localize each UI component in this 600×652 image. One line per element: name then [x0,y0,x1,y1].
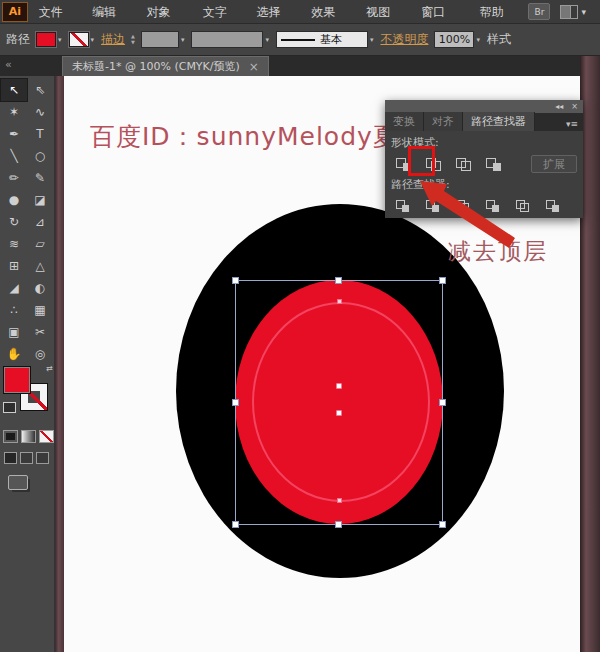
toolbar-collapse-icon[interactable]: « [5,58,12,71]
lasso-tool[interactable]: ∿ [27,101,53,123]
menu-view[interactable]: 视图(V) [359,0,414,24]
selection-handle-s[interactable] [335,521,342,528]
fill-swatch[interactable] [36,32,56,47]
selection-tool[interactable]: ↖ [1,79,27,101]
menu-window[interactable]: 窗口(W) [414,0,473,24]
draw-inside-button[interactable] [36,452,49,464]
shape-center-point[interactable] [336,383,342,389]
artboard-tool[interactable]: ▣ [1,321,27,343]
blob-brush-tool[interactable]: ● [1,189,27,211]
width-tool[interactable]: ≋ [1,233,27,255]
stroke-weight-value[interactable] [141,31,179,48]
menu-object[interactable]: 对象(O) [140,0,196,24]
selection-handle-w[interactable] [232,399,239,406]
stepper-down-icon[interactable]: ▼ [131,40,135,45]
minus-back-button[interactable] [541,197,563,215]
paintbrush-tool[interactable]: ✏ [1,167,27,189]
menu-type[interactable]: 文字(T) [196,0,250,24]
menu-file[interactable]: 文件(F) [32,0,86,24]
magic-wand-tool[interactable]: ✶ [1,101,27,123]
type-tool[interactable]: T [27,123,53,145]
stroke-color-control[interactable]: ▾ [69,32,96,47]
selection-handle-n[interactable] [335,277,342,284]
opacity-panel-link[interactable]: 不透明度 [380,31,428,48]
eyedropper-tool[interactable]: ◢ [1,277,27,299]
selection-handle-ne[interactable] [439,277,446,284]
pen-tool[interactable]: ✒ [1,123,27,145]
panel-collapse-icon[interactable]: ◂◂ [555,102,563,111]
fill-indicator[interactable] [3,366,31,394]
none-button[interactable] [39,430,54,443]
perspective-grid-tool[interactable]: △ [27,255,53,277]
zoom-tool[interactable]: ◎ [27,343,53,365]
fill-color-control[interactable]: ▾ [36,32,63,47]
merge-button[interactable] [451,197,473,215]
chevron-down-icon[interactable]: ▾ [180,36,186,44]
shape-builder-tool[interactable]: ⊞ [1,255,27,277]
app-logo[interactable]: Ai [2,2,28,22]
selection-handle-se[interactable] [439,521,446,528]
hand-tool[interactable]: ✋ [1,343,27,365]
divide-button[interactable] [391,197,413,215]
scale-tool[interactable]: ⊿ [27,211,53,233]
gradient-button[interactable] [21,430,36,443]
menu-help[interactable]: 帮助(H) [473,0,529,24]
variable-width-dropdown[interactable]: ▾ [191,31,270,48]
exclude-button[interactable] [481,154,505,174]
screen-mode-button[interactable] [8,475,28,490]
direct-selection-tool[interactable]: ⇖ [27,79,53,101]
intersect-button[interactable] [451,154,475,174]
draw-normal-button[interactable] [4,452,17,464]
brush-definition-dropdown[interactable]: 基本 ▾ [276,31,375,48]
menu-select[interactable]: 选择(S) [250,0,304,24]
expand-button[interactable]: 扩展 [531,155,577,173]
draw-behind-button[interactable] [20,452,33,464]
selection-handle-e[interactable] [439,399,446,406]
line-segment-tool[interactable]: ╲ [1,145,27,167]
anchor-point[interactable] [337,299,342,304]
style-label[interactable]: 样式 [487,31,511,48]
chevron-down-icon[interactable]: ▾ [90,36,96,44]
bridge-button[interactable]: Br [528,3,550,20]
slice-tool[interactable]: ✂ [27,321,53,343]
outline-button[interactable] [511,197,533,215]
stroke-weight-stepper[interactable]: ▲ ▼ [131,34,135,45]
chevron-down-icon[interactable]: ▾ [264,36,270,44]
selection-handle-sw[interactable] [232,521,239,528]
color-button[interactable] [3,430,18,443]
chevron-down-icon[interactable]: ▾ [475,36,481,44]
eraser-tool[interactable]: ◪ [27,189,53,211]
rotate-tool[interactable]: ↻ [1,211,27,233]
swap-fill-stroke-icon[interactable]: ⇄ [46,364,53,373]
document-tab[interactable]: 未标题-1* @ 100% (CMYK/预览) × [62,56,269,76]
panel-close-icon[interactable]: × [571,102,578,111]
tab-align[interactable]: 对齐 [424,112,463,131]
blend-tool[interactable]: ◐ [27,277,53,299]
workspace-switcher[interactable]: ▾ [560,5,586,19]
menu-effect[interactable]: 效果(C) [304,0,359,24]
trim-button[interactable] [421,197,443,215]
tab-transform[interactable]: 变换 [385,112,424,131]
opacity-value[interactable]: 100% [434,31,474,48]
selection-handle-nw[interactable] [232,277,239,284]
column-graph-tool[interactable]: ▦ [27,299,53,321]
default-fill-stroke-icon[interactable] [3,402,16,413]
chevron-down-icon[interactable]: ▾ [369,36,375,44]
anchor-point[interactable] [337,498,342,503]
ellipse-tool[interactable]: ○ [27,145,53,167]
stroke-weight-dropdown[interactable]: ▾ [141,31,186,48]
opacity-dropdown[interactable]: 100% ▾ [434,31,481,48]
width-profile-value[interactable] [191,31,263,48]
symbol-sprayer-tool[interactable]: ∴ [1,299,27,321]
close-icon[interactable]: × [249,60,259,74]
free-transform-tool[interactable]: ▱ [27,233,53,255]
tab-pathfinder[interactable]: 路径查找器 [463,112,535,131]
chevron-down-icon[interactable]: ▾ [57,36,63,44]
pencil-tool[interactable]: ✎ [27,167,53,189]
menu-edit[interactable]: 编辑(E) [85,0,139,24]
crop-button[interactable] [481,197,503,215]
stroke-none-swatch[interactable] [69,32,89,47]
shape-center-point[interactable] [336,410,342,416]
stroke-panel-link[interactable]: 描边 [101,31,125,48]
panel-menu-icon[interactable]: ▾≡ [561,117,583,131]
